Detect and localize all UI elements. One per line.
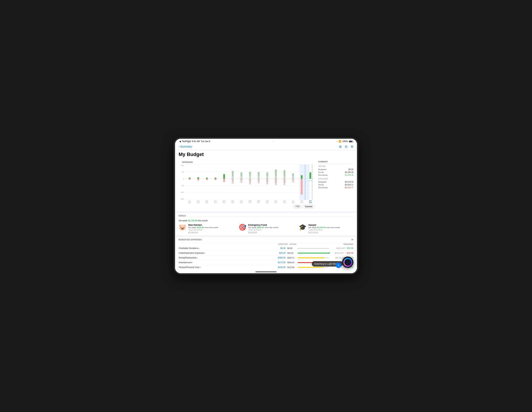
siri-glow (343, 258, 352, 267)
x-label-9: APR2024 (263, 200, 272, 203)
income-group-label: INCOME (318, 165, 353, 167)
goal-info-1: Emergency Fund Set aside $550.00 more th… (248, 224, 293, 234)
goal-name-0: New Kitchen (188, 224, 233, 226)
bar-neg-0 (189, 179, 190, 180)
spending-chart: SPENDING 10K 5K 0 -5K -10K -15K (179, 159, 315, 210)
ytd-button[interactable]: YTD (293, 204, 302, 209)
remaining-expenses-row: Remaining -$2,263.77 (318, 186, 353, 189)
budgeted-expenses-row: Budgeted $3,579.34 (318, 180, 353, 183)
expense-row-0[interactable]: Charitable Donations › $0.00 $0.00 $0.00… (175, 246, 357, 251)
bar-neg-10 (275, 179, 277, 185)
duplicate-icon[interactable]: ⊟ (345, 145, 347, 149)
x-label-0: JUL2023 (185, 200, 194, 203)
col-header-actual: ACTUAL (288, 243, 298, 245)
expense-remaining-text-1: $0.00 LEFT (335, 252, 344, 254)
envelope-icon[interactable]: ✉ (351, 238, 353, 241)
col-header-remaining: REMAINING (331, 243, 353, 245)
x-label-2: SEP2023 (202, 200, 211, 203)
goal-name-2: Sawyer (308, 224, 353, 226)
goal-amount-1: $550.00 (257, 226, 264, 228)
expense-name-0: Charitable Donations › (179, 247, 273, 249)
goals-section: GOALS Set aside $2,726.00 this month 🐷 N… (175, 213, 357, 235)
expense-actual-col-3: $396.81 (286, 261, 296, 264)
bar-pos-5 (232, 171, 234, 179)
siri-button[interactable] (342, 256, 353, 268)
expense-expected-2: $300.00 (273, 256, 286, 259)
bar-neg-6 (240, 179, 242, 183)
expense-row-3[interactable]: Entertainment › $170.00 $396.81 00 (175, 260, 357, 265)
goal-item-2[interactable]: 🎓 Sawyer Set aside $2,076.00 more this m… (299, 224, 353, 234)
progress-fill-4 (298, 267, 323, 268)
expense-expected-0: $0.00 (273, 247, 286, 249)
goal-current-0: $13,900.00 (188, 232, 233, 234)
goal-target-0: Target $14,000.00 (188, 229, 233, 231)
expense-bar-col-1 (296, 253, 331, 254)
expense-actual-col-4: $123.00 (286, 266, 296, 268)
goal-desc-2: Set aside $2,076.00 more this month (308, 226, 353, 229)
budgeted-expenses-label: Budgeted (318, 181, 326, 183)
chevron-left-icon: ‹ (179, 145, 180, 148)
actual-income-value: $2,336.36 (345, 171, 353, 173)
expense-remaining-col-1: $0.00 LEFT ↑ $25.00 (331, 252, 353, 254)
goal-target-2: Target $55,180.00 (308, 229, 353, 231)
bar-pos-7 (249, 172, 251, 179)
add-button[interactable]: + (336, 263, 341, 268)
expense-bar-col-0 (296, 248, 331, 249)
page-header: My Budget (175, 150, 357, 159)
bar-neg-9 (266, 179, 268, 184)
carrier: TestFlight (182, 140, 191, 143)
bar-neg-11 (284, 179, 285, 185)
progress-fill-0 (298, 248, 298, 249)
expense-name-2: Dining/Restaurants › (179, 256, 273, 259)
expense-actual-val-1: $25.00 (287, 252, 296, 254)
goal-info-2: Sawyer Set aside $2,076.00 more this mon… (308, 224, 353, 234)
goal-item-0[interactable]: 🐷 New Kitchen Set aside $100.00 more thi… (179, 224, 233, 234)
back-label: Summary (180, 145, 192, 148)
goal-desc-1: Set aside $550.00 more this month (248, 226, 293, 229)
expense-expected-4: $150.00 (273, 266, 286, 268)
current-button[interactable]: Current (303, 204, 315, 209)
goal-amount-2: $2,076.00 (317, 226, 326, 228)
expenses-section: BUDGETED EXPENSES ✉ EXPECTED ACTUAL REMA… (175, 237, 357, 269)
expenses-header: BUDGETED EXPENSES ✉ (175, 237, 357, 243)
expense-row-2[interactable]: Dining/Restaurants › $300.00 $254.71 $45… (175, 255, 357, 260)
bar-pos-8 (258, 172, 259, 179)
expense-row-1[interactable]: Child/Dependent Expenses › $25.00 $25.00… (175, 251, 357, 255)
progress-track-2 (298, 257, 329, 258)
settings-icon[interactable]: ⚙ (351, 145, 353, 149)
status-bar: ◀ TestFlight 9:41 AM Tue Jan 9 ··· ● 📶 1… (175, 139, 357, 144)
x-label-6: JAN2024 (237, 200, 246, 203)
expense-expected-3: $170.00 (273, 261, 286, 264)
goal-icon-1: 🎯 (238, 224, 247, 231)
progress-track-0 (298, 248, 329, 249)
battery-icon (349, 140, 353, 142)
progress-dot-1 (328, 252, 330, 254)
selection-line-right (312, 165, 313, 200)
bar-neg-1 (197, 179, 199, 180)
main-content: My Budget SPENDING 10K 5K 0 -5K -10K (175, 150, 357, 269)
x-label-7: FEB2024 (246, 200, 254, 203)
expense-remaining-col-0: $0.00 LEFT $50.00 (331, 247, 353, 249)
actual-income-row: Actual $2,336.36 (318, 171, 353, 174)
x-label-14: SEP2024 (306, 200, 315, 203)
expense-actual-col-2: $254.71 (286, 257, 296, 259)
bar-neg-8 (258, 179, 259, 183)
bar-pos-9 (266, 172, 268, 179)
expense-actual-val-4: $123.00 (287, 266, 296, 268)
y-label-5k: 5K (179, 171, 184, 173)
goal-item-1[interactable]: 🎯 Emergency Fund Set aside $550.00 more … (238, 224, 293, 234)
bar-pos-10 (275, 170, 277, 179)
col-header-bar (298, 243, 331, 245)
bar-neg-4 (223, 179, 225, 182)
back-button[interactable]: ‹ Summary (179, 145, 192, 148)
remaining-income-label: Remaining (318, 174, 328, 176)
status-dots: ··· (272, 140, 275, 143)
edit-icon[interactable]: ⊞ (339, 145, 342, 149)
bar-pos-1 (197, 177, 199, 179)
selection-line-left (305, 165, 305, 200)
x-label-11: JUN2024 (280, 200, 289, 203)
expense-name-3: Entertainment › (179, 261, 273, 264)
bar-neg-2 (206, 179, 208, 180)
goal-current-1: $5,950.00 (248, 232, 293, 234)
budgeted-income-label: Budgeted (318, 168, 326, 170)
